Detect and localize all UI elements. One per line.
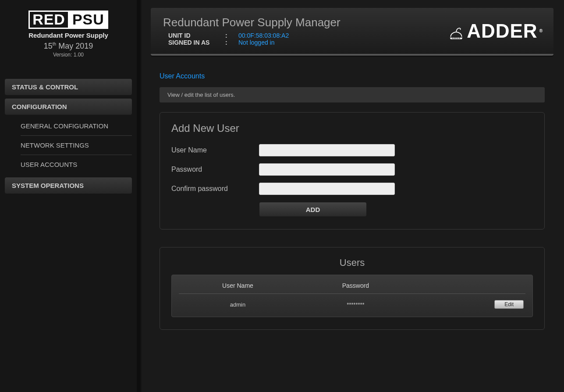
date-ordinal: th <box>53 42 56 46</box>
header-left: Redundant Power Supply Manager UNIT ID :… <box>163 16 341 46</box>
nav-configuration[interactable]: CONFIGURATION <box>5 99 132 115</box>
subnav-general-config[interactable]: GENERAL CONFIGURATION <box>21 117 132 136</box>
date-day: 15 <box>44 42 53 50</box>
username-input[interactable] <box>259 144 395 156</box>
logo-part2: PSU <box>68 11 108 29</box>
edit-button[interactable]: Edit <box>494 300 524 309</box>
username-label: User Name <box>171 146 259 154</box>
registered-icon: ® <box>539 28 543 33</box>
page-title: Redundant Power Supply Manager <box>163 16 341 29</box>
password-input[interactable] <box>259 163 395 176</box>
unit-id-row: UNIT ID : 00:0F:58:03:08:A2 <box>168 32 341 39</box>
unit-id-value: 00:0F:58:03:08:A2 <box>238 32 289 39</box>
date-line: 15th May 2019 <box>28 42 108 51</box>
brand-emblem-icon: ADDER <box>448 23 464 39</box>
confirm-label: Confirm password <box>171 185 259 193</box>
page-section: User Accounts View / edit the list of us… <box>160 72 545 330</box>
users-table: User Name Password admin ******** Edit <box>171 275 533 317</box>
users-card: Users User Name Password admin ******** <box>160 247 545 330</box>
add-button[interactable]: ADD <box>259 202 367 217</box>
add-user-card: Add New User User Name Password Confirm … <box>160 112 545 230</box>
brand-logo: ADDER ADDER ® <box>448 20 543 42</box>
cell-username: admin <box>179 294 297 309</box>
confirm-password-input[interactable] <box>259 183 395 195</box>
section-title: User Accounts <box>160 72 545 80</box>
row-confirm: Confirm password <box>171 183 533 195</box>
info-bar: View / edit the list of users. <box>160 87 545 102</box>
users-heading: Users <box>171 257 533 268</box>
logo-part1: RED <box>28 11 69 29</box>
nav-system-operations[interactable]: SYSTEM OPERATIONS <box>5 177 132 194</box>
password-label: Password <box>171 166 259 173</box>
logo: REDPSU <box>28 11 108 29</box>
main: Redundant Power Supply Manager UNIT ID :… <box>140 0 564 392</box>
add-button-row: ADD <box>259 202 533 217</box>
signed-in-label: SIGNED IN AS <box>168 39 225 46</box>
subnav-user-accounts[interactable]: USER ACCOUNTS <box>21 155 132 174</box>
sidebar: REDPSU Redundant Power Supply 15th May 2… <box>0 0 140 392</box>
header-panel: Redundant Power Supply Manager UNIT ID :… <box>151 8 553 56</box>
logo-block: REDPSU Redundant Power Supply 15th May 2… <box>28 11 108 58</box>
col-password: Password <box>297 279 415 294</box>
nav: STATUS & CONTROL CONFIGURATION GENERAL C… <box>5 79 132 197</box>
row-username: User Name <box>171 144 533 156</box>
cell-password: ******** <box>297 294 415 309</box>
colon: : <box>225 32 232 39</box>
colon: : <box>225 39 232 46</box>
unit-id-label: UNIT ID <box>168 32 225 39</box>
logo-subtitle: Redundant Power Supply <box>28 32 108 39</box>
col-username: User Name <box>179 279 297 294</box>
svg-text:ADDER: ADDER <box>452 37 461 39</box>
add-user-heading: Add New User <box>171 122 533 134</box>
nav-status-control[interactable]: STATUS & CONTROL <box>5 79 132 95</box>
signed-in-row: SIGNED IN AS : Not logged in <box>168 39 341 46</box>
version-line: Version: 1.00 <box>28 52 108 58</box>
date-rest: May 2019 <box>56 42 93 50</box>
signed-in-value: Not logged in <box>238 39 275 46</box>
row-password: Password <box>171 163 533 176</box>
subnav-network-settings[interactable]: NETWORK SETTINGS <box>21 136 132 155</box>
brand-text: ADDER <box>467 20 537 42</box>
table-row: admin ******** Edit <box>179 294 525 309</box>
subnav: GENERAL CONFIGURATION NETWORK SETTINGS U… <box>5 117 132 174</box>
